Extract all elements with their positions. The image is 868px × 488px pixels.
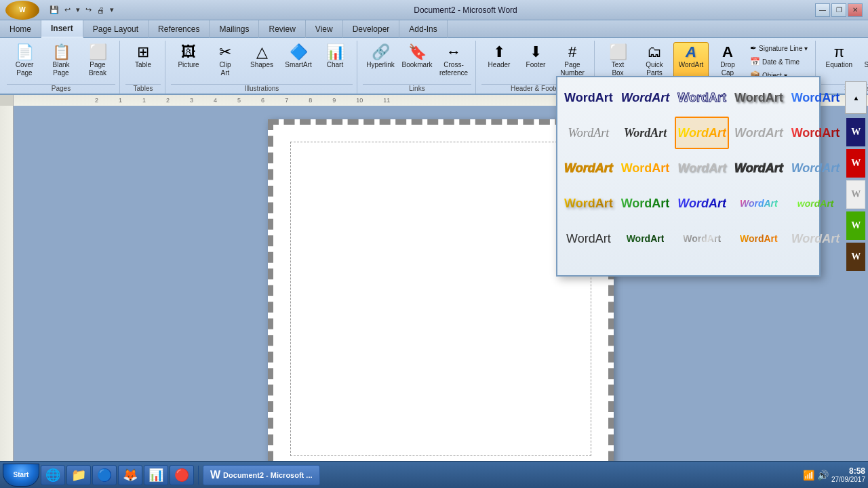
taskbar-explorer-btn[interactable]: 📁 xyxy=(66,465,91,485)
wordart-style-16[interactable]: WordArt xyxy=(561,187,616,220)
page-break-button[interactable]: ⬜ PageBreak xyxy=(80,42,115,83)
wordart-text-11: WordArt xyxy=(564,161,613,176)
cross-reference-label: Cross-reference xyxy=(439,61,468,77)
wordart-style-18[interactable]: WordArt xyxy=(675,187,729,220)
smartart-label: SmartArt xyxy=(285,61,311,69)
tab-add-ins[interactable]: Add-Ins xyxy=(399,20,447,38)
wordart-text-15: WordArt xyxy=(791,161,840,176)
wordart-style-19[interactable]: WordArt xyxy=(732,187,786,220)
tab-view[interactable]: View xyxy=(306,20,343,38)
wordart-style-23[interactable]: WordArt xyxy=(675,222,729,255)
hyperlink-button[interactable]: 🔗 Hyperlink xyxy=(363,42,398,83)
start-button[interactable]: Start xyxy=(3,464,39,487)
taskbar-word-app[interactable]: W Document2 - Microsoft ... xyxy=(203,465,320,485)
cross-reference-button[interactable]: ↔ Cross-reference xyxy=(436,42,471,83)
wordart-style-3[interactable]: WordArt xyxy=(675,81,729,114)
group-pages: 📄 CoverPage 📋 BlankPage ⬜ PageBreak Page… xyxy=(3,41,120,94)
restore-button[interactable]: ❐ xyxy=(831,3,846,17)
wordart-style-1[interactable]: WordArt xyxy=(561,81,616,114)
wordart-style-8[interactable]: WordArt xyxy=(675,117,729,149)
blank-page-button[interactable]: 📋 BlankPage xyxy=(43,42,79,83)
tab-page-layout[interactable]: Page Layout xyxy=(83,20,149,38)
wordart-style-11[interactable]: WordArt xyxy=(561,152,616,184)
taskbar-chrome-btn[interactable]: 🔵 xyxy=(92,465,117,485)
wordart-style-15[interactable]: WordArt xyxy=(789,152,843,184)
wordart-style-6[interactable]: WordArt xyxy=(561,117,616,149)
blank-page-icon: 📋 xyxy=(52,45,71,60)
symbol-button[interactable]: Ω Symbol xyxy=(858,42,868,83)
gallery-scroll-up[interactable]: ▲ xyxy=(845,81,867,114)
minimize-button[interactable]: — xyxy=(815,3,830,17)
wordart-text-19: WordArt xyxy=(740,198,778,209)
wordart-style-9[interactable]: WordArt xyxy=(732,117,786,149)
table-button[interactable]: ⊞ Table xyxy=(125,42,161,83)
wordart-style-12[interactable]: WordArt xyxy=(618,152,673,184)
signature-line-button[interactable]: ✒ Signature Line ▾ xyxy=(747,42,811,54)
wordart-style-7[interactable]: WordArt xyxy=(618,117,673,149)
footer-button[interactable]: ⬇ Footer xyxy=(518,42,553,83)
wordart-text-4: WordArt xyxy=(734,91,783,105)
close-button[interactable]: ✕ xyxy=(848,3,863,17)
date-time-button[interactable]: 📅 Date & Time xyxy=(747,56,811,68)
clip-art-button[interactable]: ✂ ClipArt xyxy=(208,42,243,83)
undo-dropdown[interactable]: ▾ xyxy=(74,4,82,16)
equation-button[interactable]: π Equation xyxy=(821,42,856,83)
wordart-text-8: WordArt xyxy=(677,126,726,140)
taskbar-app5-btn[interactable]: 🔴 xyxy=(170,465,194,485)
taskbar-firefox-btn[interactable]: 🦊 xyxy=(118,465,142,485)
clip-art-label: ClipArt xyxy=(219,61,231,77)
wordart-style-10[interactable]: WordArt xyxy=(789,117,843,149)
wordart-style-14[interactable]: WordArt xyxy=(732,152,786,184)
drop-cap-icon: A xyxy=(722,45,733,60)
redo-button[interactable]: ↪ xyxy=(83,4,94,16)
taskbar-ie-btn[interactable]: 🌐 xyxy=(41,465,65,485)
bookmark-button[interactable]: 🔖 Bookmark xyxy=(399,42,435,83)
wordart-style-5[interactable]: WordArt xyxy=(789,81,843,114)
wordart-style-17[interactable]: WordArt xyxy=(618,187,673,220)
shapes-button[interactable]: △ Shapes xyxy=(244,42,279,83)
wordart-text-13: WordArt xyxy=(677,161,726,176)
wordart-style-21[interactable]: WordArt xyxy=(561,222,616,255)
ruler-corner xyxy=(0,95,14,106)
tab-mailings[interactable]: Mailings xyxy=(210,20,259,38)
wordart-style-4[interactable]: WordArt xyxy=(732,81,786,114)
smartart-button[interactable]: 🔷 SmartArt xyxy=(281,42,316,83)
window-controls: — ❐ ✕ xyxy=(815,3,863,17)
print-preview-button[interactable]: 🖨 xyxy=(95,5,106,16)
tab-home[interactable]: Home xyxy=(0,20,41,38)
text-box-icon: ⬜ xyxy=(609,45,627,60)
save-button[interactable]: 💾 xyxy=(47,4,61,16)
shapes-icon: △ xyxy=(256,45,268,60)
wordart-style-25[interactable]: WordArt xyxy=(789,222,843,255)
shapes-label: Shapes xyxy=(250,61,273,69)
text-box-label: TextBox xyxy=(612,61,624,77)
tab-insert[interactable]: Insert xyxy=(41,20,83,38)
smartart-icon: 🔷 xyxy=(290,45,308,60)
wordart-text-18: WordArt xyxy=(677,197,726,211)
illustrations-items: 🖼 Picture ✂ ClipArt △ Shapes 🔷 SmartArt … xyxy=(171,42,353,83)
undo-button[interactable]: ↩ xyxy=(62,4,73,16)
chart-button[interactable]: 📊 Chart xyxy=(317,42,353,83)
hyperlink-icon: 🔗 xyxy=(372,45,390,60)
wordart-style-24[interactable]: WordArt xyxy=(732,222,786,255)
picture-button[interactable]: 🖼 Picture xyxy=(171,42,206,83)
drop-cap-label: DropCap xyxy=(720,61,735,77)
wordart-style-13[interactable]: WordArt xyxy=(675,152,729,184)
tab-developer[interactable]: Developer xyxy=(343,20,400,38)
wordart-style-2[interactable]: WordArt xyxy=(618,81,673,114)
taskbar-excel-btn[interactable]: 📊 xyxy=(144,465,168,485)
wordart-style-22[interactable]: WordArt xyxy=(618,222,673,255)
wordart-style-20[interactable]: wordArt xyxy=(789,187,843,220)
tab-references[interactable]: References xyxy=(149,20,210,38)
cover-page-button[interactable]: 📄 CoverPage xyxy=(7,42,42,83)
customize-qa[interactable]: ▾ xyxy=(108,4,116,16)
header-button[interactable]: ⬆ Header xyxy=(481,42,517,83)
office-button[interactable]: W xyxy=(5,1,39,20)
wordart-label: WordArt xyxy=(679,61,704,69)
wordart-gallery-container: WordArt WordArt WordArt WordArt WordArt … xyxy=(561,81,815,271)
quick-parts-icon: 🗂 xyxy=(647,45,662,60)
wordart-icon: A xyxy=(686,45,696,60)
tab-review[interactable]: Review xyxy=(259,20,305,38)
date-time-label: Date & Time xyxy=(762,58,800,66)
page-inner-border xyxy=(290,142,591,456)
